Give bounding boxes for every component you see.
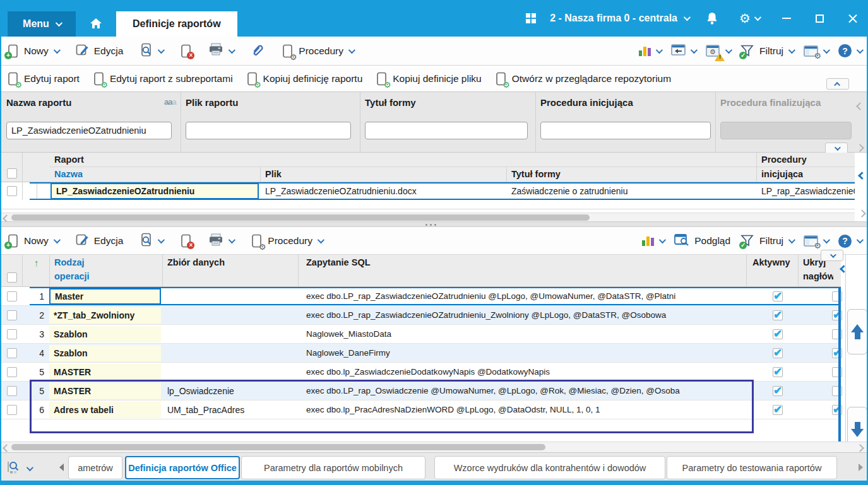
- cell-rodzaj-operacji[interactable]: Master: [49, 288, 161, 305]
- chart-button[interactable]: [642, 236, 664, 246]
- print-operation-button[interactable]: [208, 233, 234, 249]
- chart-button[interactable]: [639, 46, 661, 56]
- edit-operation-button[interactable]: Edycja: [75, 233, 124, 249]
- cell-zbior-danych[interactable]: UM_tab_PracAdres: [167, 405, 294, 415]
- settings-button[interactable]: ⚙: [735, 9, 763, 28]
- procedures-button[interactable]: ⚙ Procedury: [281, 44, 354, 58]
- operation-row[interactable]: 4SzablonNaglowek_DaneFirmy: [1, 344, 841, 363]
- header-select-all-checkbox[interactable]: [7, 168, 17, 178]
- layout-settings-button[interactable]: ⚙: [804, 235, 828, 247]
- scroll-left-icon[interactable]: [3, 444, 11, 452]
- filter-input-0[interactable]: [6, 122, 172, 139]
- row-checkbox[interactable]: [7, 367, 17, 377]
- report-action-button-2[interactable]: ⚙Kopiuj definicję raportu: [246, 72, 363, 86]
- preview-button[interactable]: Podgląd: [674, 233, 730, 248]
- document-tab[interactable]: Definicje raportów: [116, 11, 237, 37]
- splitter-handle[interactable]: [1, 221, 867, 227]
- delete-operation-button[interactable]: ×: [179, 234, 192, 248]
- cell-zapytanie-sql[interactable]: Naglowek_MiastoData: [306, 329, 746, 339]
- prev-column-icon[interactable]: [840, 265, 848, 273]
- table-row[interactable]: LP_ZaswiadczenieOZatrudnieniu LP_Zaswiad…: [1, 182, 855, 200]
- notifications-button[interactable]: [703, 9, 722, 28]
- help-button[interactable]: ?: [838, 235, 862, 248]
- vertical-scrollbar-thumb[interactable]: [838, 288, 841, 441]
- locator-button[interactable]: [6, 460, 32, 477]
- close-button[interactable]: [843, 9, 862, 28]
- filter-input-1[interactable]: [186, 122, 351, 139]
- row-checkbox[interactable]: [7, 348, 17, 358]
- aktywny-checkbox[interactable]: [773, 367, 783, 377]
- row-checkbox[interactable]: [7, 386, 17, 396]
- filter-input-3[interactable]: [540, 122, 711, 139]
- filter-input-2[interactable]: [365, 122, 528, 139]
- bottom-tab-0[interactable]: ametrów: [68, 456, 122, 479]
- scroll-right-icon[interactable]: [856, 444, 864, 452]
- cell-rodzaj-operacji[interactable]: MASTER: [49, 383, 161, 399]
- column-header-rodzaj[interactable]: Rodzaj: [54, 257, 85, 267]
- row-checkbox[interactable]: [7, 329, 17, 339]
- report-action-button-3[interactable]: ⚙Kopiuj definicje pliku: [375, 72, 481, 86]
- help-button[interactable]: ?: [838, 44, 862, 57]
- company-selector[interactable]: 2 - Nasza firma 0 - centrala: [550, 13, 689, 24]
- row-checkbox[interactable]: [7, 405, 17, 415]
- new-button[interactable]: + Nowy: [6, 44, 59, 58]
- cell-zapytanie-sql[interactable]: exec dbo.lp_ZaswiadczenieDodatkowyNapis …: [306, 367, 746, 377]
- operation-row[interactable]: 3SzablonNaglowek_MiastoData: [1, 325, 841, 344]
- organizer-warning-button[interactable]: ⚙ !: [706, 45, 730, 57]
- cell-rodzaj-operacji[interactable]: Adres w tabeli: [49, 402, 161, 418]
- collapse-panel-button[interactable]: [826, 78, 849, 90]
- horizontal-scrollbar[interactable]: [1, 441, 867, 452]
- prev-column-icon[interactable]: [858, 172, 866, 180]
- column-header-aktywny[interactable]: Aktywny: [752, 257, 790, 267]
- aktywny-checkbox[interactable]: [773, 386, 783, 396]
- column-header-sql[interactable]: Zapytanie SQL: [306, 257, 371, 267]
- scrollbar-thumb[interactable]: [11, 444, 545, 450]
- cell-zapytanie-sql[interactable]: exec dbo.LP_rap_ZaswiadczenieOZatrudnien…: [306, 310, 746, 320]
- operation-row[interactable]: 2*ZT_tab_Zwolnionyexec dbo.LP_rap_Zaswia…: [1, 306, 841, 325]
- cell-rodzaj-operacji[interactable]: MASTER: [49, 364, 161, 380]
- menu-button[interactable]: Menu: [8, 11, 76, 37]
- horizontal-scrollbar[interactable]: [1, 213, 855, 221]
- cell-nazwa[interactable]: LP_ZaswiadczenieOZatrudnieniu: [51, 183, 259, 199]
- operation-row[interactable]: 5MASTERexec dbo.lp_ZaswiadczenieDodatkow…: [1, 363, 841, 382]
- cell-zapytanie-sql[interactable]: exec dbo.LP_rap_ZaswiadczenieOZatrudnien…: [306, 291, 746, 301]
- edit-button[interactable]: Edycja: [75, 43, 124, 59]
- bottom-tab-1[interactable]: Definicja raportów Office: [125, 456, 240, 479]
- cell-zapytanie-sql[interactable]: exec dbo.lp_PracAdresNaDzienWORD @LpLogo…: [306, 405, 746, 414]
- sort-ascending-icon[interactable]: ↑: [34, 257, 39, 268]
- attachment-button[interactable]: [250, 42, 265, 59]
- row-checkbox[interactable]: [7, 186, 17, 196]
- column-header-zbior[interactable]: Zbiór danych: [167, 257, 225, 267]
- report-action-button-1[interactable]: ⚙Edytuj raport z subreportami: [92, 72, 233, 86]
- cell-zapytanie-sql[interactable]: exec dbo.LP_rap_Oswiadczenie @UmowaNumer…: [306, 386, 746, 395]
- cell-zapytanie-sql[interactable]: Naglowek_DaneFirmy: [306, 348, 746, 358]
- cell-tytul[interactable]: Zaświadczenie o zatrudnieniu: [511, 186, 754, 196]
- tabs-scroll-left-icon[interactable]: [59, 464, 64, 471]
- aktywny-checkbox[interactable]: [773, 329, 783, 339]
- minimize-button[interactable]: [777, 9, 796, 28]
- aktywny-checkbox[interactable]: [773, 348, 783, 358]
- operation-row[interactable]: 1Masterexec dbo.LP_rap_ZaswiadczenieOZat…: [1, 287, 841, 306]
- filter-operations-button[interactable]: ✓ Filtruj: [740, 235, 794, 247]
- column-header-inicjujaca[interactable]: inicjująca: [761, 169, 803, 179]
- maximize-button[interactable]: [810, 9, 829, 28]
- bottom-tab-3[interactable]: Wzorce wydruków dla kontrahentów i dowod…: [434, 456, 665, 479]
- layout-settings-button[interactable]: ⚙: [804, 45, 828, 57]
- app-switcher-icon[interactable]: [526, 13, 536, 23]
- next-column-icon[interactable]: [858, 209, 866, 218]
- move-row-up-button[interactable]: [847, 309, 867, 354]
- column-header-nazwa[interactable]: Nazwa: [54, 169, 83, 179]
- tabs-scroll-right-icon[interactable]: [859, 464, 863, 471]
- cell-plik[interactable]: LP_ZaswiadczenieOZatrudnieniu.docx: [265, 186, 504, 196]
- cell-procedura[interactable]: LP_rap_ZaswiadczenieO: [761, 186, 855, 196]
- bottom-tab-4[interactable]: Parametry do testowania raportów: [667, 456, 837, 479]
- match-case-icon[interactable]: aaa: [164, 97, 176, 107]
- aktywny-checkbox[interactable]: [773, 405, 783, 415]
- header-select-all-checkbox[interactable]: [7, 272, 17, 283]
- filter-button[interactable]: ✓ Filtruj: [740, 45, 794, 57]
- bottom-tab-2[interactable]: Parametry dla raportów mobilnych: [241, 456, 425, 479]
- cell-rodzaj-operacji[interactable]: *ZT_tab_Zwolniony: [49, 307, 161, 324]
- row-checkbox[interactable]: [7, 291, 17, 301]
- search-operation-button[interactable]: [140, 233, 163, 249]
- report-action-button-4[interactable]: ⚙Otwórz w przeglądarce repozytorium: [494, 72, 671, 86]
